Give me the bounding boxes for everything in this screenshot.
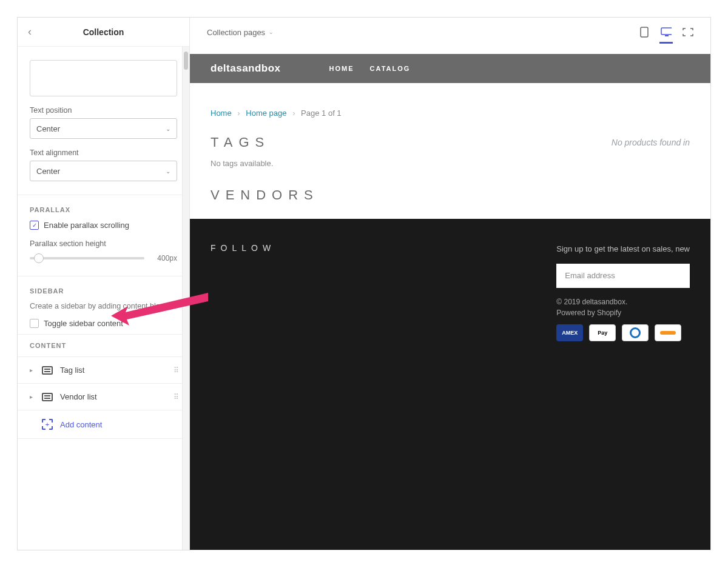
device-toggle [639, 27, 693, 38]
divider [18, 195, 189, 195]
parallax-height-label: Parallax section height [30, 239, 177, 248]
text-alignment-value: Center [36, 167, 60, 176]
parallax-height-row: 400px [30, 254, 177, 262]
mobile-icon [640, 27, 649, 38]
parallax-height-value: 400px [150, 254, 177, 262]
mobile-view-button[interactable] [639, 27, 650, 38]
chevron-right-icon: ▸ [30, 367, 35, 373]
apple-pay-icon: Pay [589, 324, 616, 341]
add-icon: + [42, 419, 53, 430]
block-icon [42, 366, 53, 375]
sidebar-section-desc: Create a sidebar by adding content block… [30, 301, 177, 312]
breadcrumb-page[interactable]: Home page [246, 109, 286, 118]
text-alignment-label: Text alignment [30, 149, 177, 157]
breadcrumb-home[interactable]: Home [211, 109, 232, 118]
text-position-label: Text position [30, 106, 177, 115]
fullscreen-view-button[interactable] [682, 27, 693, 38]
footer-left: FOLLOW [211, 243, 275, 526]
enable-parallax-label: Enable parallax scrolling [44, 221, 129, 230]
editor-right: Collection pages ⌄ deltasandbox [190, 18, 710, 550]
page-selector[interactable]: Collection pages ⌄ [207, 28, 274, 37]
preview-nav-home[interactable]: HOME [329, 65, 354, 72]
drag-handle-icon[interactable]: ⠿ [174, 393, 177, 401]
text-position-value: Center [36, 124, 60, 133]
breadcrumb-rest: Page 1 of 1 [301, 109, 342, 118]
desktop-view-button[interactable] [661, 27, 672, 38]
email-placeholder: Email address [565, 271, 615, 280]
theme-preview: deltasandbox HOME CATALOG Home › Home pa… [190, 54, 710, 550]
settings-scroll: Text position Center ⌄ Text alignment Ce… [18, 47, 189, 550]
content-item-label: Tag list [60, 366, 84, 375]
powered-by-text[interactable]: Powered by Shopify [556, 309, 690, 317]
content-item-label: Vendor list [60, 392, 97, 401]
settings-header: ‹ Collection [18, 18, 189, 47]
preview-nav-links: HOME CATALOG [329, 65, 411, 72]
add-content-label: Add content [60, 420, 102, 429]
enable-parallax-checkbox[interactable]: ✓ Enable parallax scrolling [30, 221, 177, 230]
text-position-select[interactable]: Center ⌄ [30, 118, 177, 139]
amex-icon: AMEX [556, 324, 583, 341]
settings-title: Collection [42, 27, 189, 37]
tags-row: TAGS No products found in [211, 135, 690, 150]
chevron-updown-icon: ⌄ [166, 125, 170, 132]
no-tags-text: No tags available. [211, 159, 690, 168]
svg-rect-1 [641, 27, 648, 37]
breadcrumb-separator: › [292, 109, 295, 118]
parallax-height-slider[interactable] [30, 257, 144, 259]
scrollbar-thumb[interactable] [184, 52, 188, 70]
breadcrumb-separator: › [237, 109, 240, 118]
settings-preview-box [30, 60, 177, 96]
back-button[interactable]: ‹ [18, 25, 42, 38]
chevron-down-icon: ⌄ [269, 29, 274, 35]
toggle-sidebar-checkbox[interactable]: Toggle sidebar content [30, 319, 177, 328]
preview-nav: deltasandbox HOME CATALOG [190, 54, 710, 83]
email-field[interactable]: Email address [556, 264, 690, 288]
preview-logo[interactable]: deltasandbox [211, 62, 281, 75]
page-selector-label: Collection pages [207, 28, 265, 37]
checkbox-checked-icon: ✓ [30, 221, 39, 230]
tags-heading: TAGS [211, 135, 270, 150]
add-content-button[interactable]: + Add content [18, 410, 189, 439]
checkbox-icon [30, 319, 39, 328]
editor-topbar: Collection pages ⌄ [190, 18, 710, 47]
fullscreen-icon [682, 28, 693, 36]
chevron-right-icon: ▸ [30, 393, 35, 400]
vendors-row: VENDORS [211, 187, 690, 203]
signup-text: Sign up to get the latest on sales, new [556, 243, 690, 255]
no-products-text: No products found in [612, 138, 690, 147]
content-heading: CONTENT [18, 334, 189, 357]
settings-panel: ‹ Collection Text position Center ⌄ Text… [18, 18, 190, 550]
desktop-icon [661, 27, 672, 37]
drag-handle-icon[interactable]: ⠿ [174, 366, 177, 375]
divider [18, 276, 189, 276]
parallax-heading: PARALLAX [30, 206, 177, 213]
sidebar-section-heading: SIDEBAR [30, 287, 177, 295]
copyright-text: © 2019 deltasandbox. [556, 298, 690, 306]
svg-rect-2 [661, 28, 672, 35]
text-alignment-select[interactable]: Center ⌄ [30, 161, 177, 181]
payment-icons-row: AMEX Pay [556, 324, 690, 341]
footer-right: Sign up to get the latest on sales, new … [556, 243, 690, 526]
chevron-updown-icon: ⌄ [166, 168, 170, 175]
breadcrumb: Home › Home page › Page 1 of 1 [211, 109, 690, 118]
block-icon [42, 393, 53, 401]
content-list: CONTENT ▸ Tag list ⠿ ▸ Vendor list ⠿ [18, 334, 189, 439]
discover-icon [655, 324, 681, 341]
settings-body: Text position Center ⌄ Text alignment Ce… [18, 47, 189, 550]
scrollbar[interactable] [182, 47, 189, 550]
content-item-tag-list[interactable]: ▸ Tag list ⠿ [18, 357, 189, 384]
follow-heading: FOLLOW [211, 243, 275, 253]
diners-club-icon [622, 324, 649, 341]
preview-body: Home › Home page › Page 1 of 1 TAGS No p… [190, 83, 710, 219]
content-item-vendor-list[interactable]: ▸ Vendor list ⠿ [18, 384, 189, 410]
svg-rect-3 [665, 35, 669, 36]
preview-footer: FOLLOW Sign up to get the latest on sale… [190, 219, 710, 550]
vendors-heading: VENDORS [211, 187, 319, 203]
toggle-sidebar-label: Toggle sidebar content [44, 319, 123, 328]
preview-nav-catalog[interactable]: CATALOG [370, 65, 411, 72]
slider-thumb[interactable] [34, 253, 44, 263]
chevron-left-icon: ‹ [28, 25, 32, 38]
